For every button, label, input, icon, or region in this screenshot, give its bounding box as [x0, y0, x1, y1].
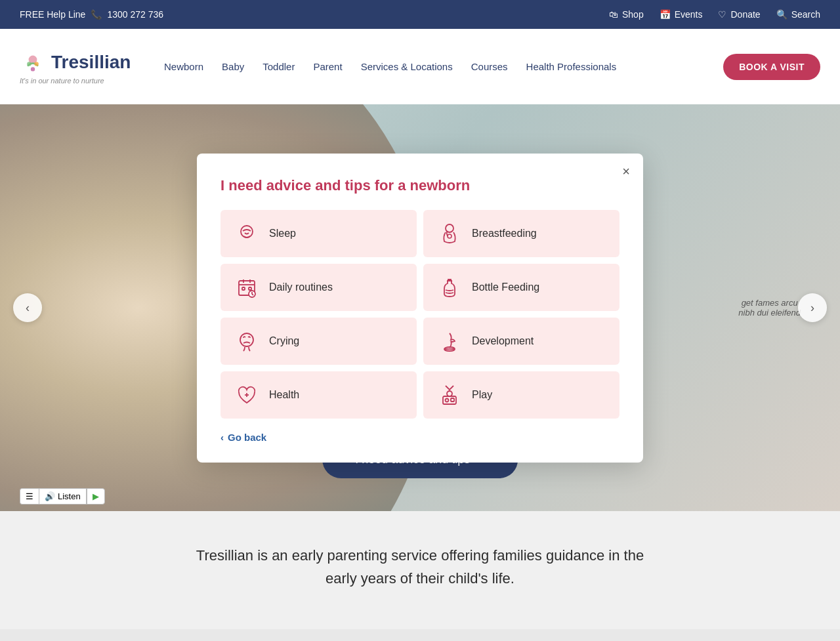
svg-point-6	[448, 234, 452, 238]
svg-rect-8	[242, 287, 245, 290]
top-bar-links: 🛍 Shop 📅 Events ♡ Donate 🔍 Search	[609, 9, 820, 20]
shop-icon: 🛍	[609, 9, 618, 20]
modal-title: I need advice and tips for a newborn	[220, 177, 620, 194]
main-nav: Newborn Baby Toddler Parent Services & L…	[164, 61, 697, 72]
shop-link[interactable]: 🛍 Shop	[609, 9, 644, 20]
hero-section: ‹ › get fames arcu nibh dui eleifend × I…	[0, 104, 840, 511]
crying-icon	[234, 328, 260, 354]
chevron-left-icon: ‹	[220, 432, 224, 443]
topic-bottle-feeding[interactable]: Bottle Feeding	[423, 264, 620, 311]
bottom-description: Tresillian is an early parenting service…	[190, 544, 650, 590]
topic-play[interactable]: Play	[423, 371, 620, 419]
svg-point-14	[446, 398, 449, 402]
topic-crying[interactable]: Crying	[220, 318, 417, 365]
topic-grid: Sleep Breastfeeding	[220, 210, 620, 419]
logo-area: Tresillian It's in our nature to nurture	[20, 49, 138, 85]
phone-icon: 📞	[91, 9, 102, 20]
nav-baby[interactable]: Baby	[222, 61, 244, 72]
topic-sleep[interactable]: Sleep	[220, 210, 417, 257]
svg-point-2	[34, 62, 38, 66]
header: Tresillian It's in our nature to nurture…	[0, 29, 840, 104]
top-bar: FREE Help Line 📞 1300 272 736 🛍 Shop 📅 E…	[0, 0, 840, 29]
logo-icon	[20, 49, 46, 75]
development-icon	[436, 328, 463, 354]
svg-rect-9	[249, 287, 251, 290]
topic-daily-routines[interactable]: Daily routines	[220, 264, 417, 311]
search-icon: 🔍	[776, 9, 788, 20]
topic-health[interactable]: Health	[220, 371, 417, 419]
bottle-feeding-icon	[436, 274, 463, 300]
advice-modal: × I need advice and tips for a newborn	[197, 154, 643, 463]
phone-number: 1300 272 736	[107, 9, 163, 20]
topic-breastfeeding[interactable]: Breastfeeding	[423, 210, 620, 257]
logo[interactable]: Tresillian	[20, 49, 131, 75]
modal-overlay: × I need advice and tips for a newborn	[0, 104, 840, 511]
svg-rect-15	[451, 398, 454, 402]
svg-point-4	[241, 226, 253, 238]
book-visit-button[interactable]: BOOK A VISIT	[723, 54, 820, 80]
donate-link[interactable]: ♡ Donate	[718, 9, 760, 20]
health-icon	[234, 382, 260, 408]
modal-close-button[interactable]: ×	[622, 164, 630, 179]
bottom-section: Tresillian is an early parenting service…	[0, 511, 840, 629]
nav-services[interactable]: Services & Locations	[361, 61, 453, 72]
helpline-label: FREE Help Line	[20, 9, 85, 20]
nav-toddler[interactable]: Toddler	[262, 61, 295, 72]
sleep-icon	[234, 220, 260, 247]
go-back-link[interactable]: ‹ Go back	[220, 432, 620, 443]
svg-point-11	[240, 333, 253, 346]
svg-point-1	[27, 62, 31, 66]
topic-development[interactable]: Development	[423, 318, 620, 365]
breastfeeding-icon	[436, 220, 463, 247]
helpline-area: FREE Help Line 📞 1300 272 736	[20, 9, 163, 20]
svg-point-16	[447, 391, 452, 396]
daily-routines-icon	[234, 274, 260, 300]
nav-parent[interactable]: Parent	[313, 61, 342, 72]
logo-tagline: It's in our nature to nurture	[20, 77, 104, 85]
events-link[interactable]: 📅 Events	[660, 9, 703, 20]
donate-icon: ♡	[718, 9, 726, 20]
nav-health-professionals[interactable]: Health Professionals	[526, 61, 617, 72]
search-link[interactable]: 🔍 Search	[776, 9, 820, 20]
nav-courses[interactable]: Courses	[471, 61, 508, 72]
svg-point-3	[31, 67, 35, 71]
events-icon: 📅	[660, 9, 671, 20]
play-icon	[436, 382, 463, 408]
nav-newborn[interactable]: Newborn	[164, 61, 203, 72]
